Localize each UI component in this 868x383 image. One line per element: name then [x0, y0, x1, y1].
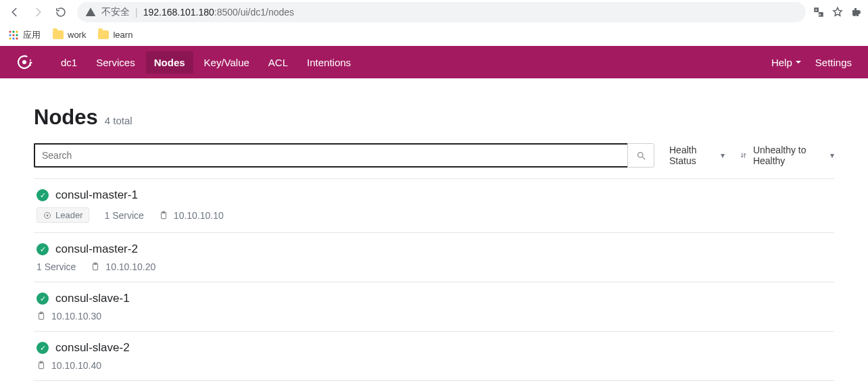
svg-point-12: [30, 62, 32, 63]
clipboard-icon[interactable]: [91, 262, 100, 272]
url-text: 192.168.101.180:8500/ui/dc1/nodes: [143, 7, 294, 18]
node-name: consul-master-1: [55, 188, 138, 202]
address-text: 10.10.10.40: [51, 360, 101, 371]
nav-services[interactable]: Services: [88, 51, 143, 74]
svg-point-7: [12, 37, 14, 39]
search-input[interactable]: [34, 143, 627, 168]
services-count: 1 Service: [104, 210, 143, 221]
node-name: consul-slave-2: [55, 341, 130, 355]
node-row[interactable]: ✓ consul-slave-2 10.10.10.40: [34, 332, 834, 381]
nav-intentions[interactable]: Intentions: [299, 51, 359, 74]
chevron-down-icon: [795, 59, 802, 66]
extensions-icon[interactable]: [850, 6, 863, 18]
address-text: 10.10.10.30: [51, 311, 101, 322]
reload-icon: [55, 6, 67, 18]
warning-icon: [85, 7, 96, 18]
svg-point-13: [30, 64, 31, 66]
not-secure-label: 不安全: [101, 6, 130, 18]
title-row: Nodes 4 total: [34, 105, 834, 130]
back-button[interactable]: [5, 3, 24, 22]
translate-icon[interactable]: [813, 6, 825, 18]
address-bar[interactable]: 不安全 | 192.168.101.180:8500/ui/dc1/nodes: [77, 2, 806, 22]
clipboard-icon[interactable]: [37, 361, 46, 370]
svg-point-2: [16, 30, 18, 32]
apps-icon: [8, 30, 19, 41]
sort-icon: [740, 151, 747, 160]
chevron-down-icon: ▾: [830, 151, 834, 160]
settings-link[interactable]: Settings: [815, 57, 852, 68]
node-name: consul-slave-1: [55, 292, 130, 305]
address-text: 10.10.10.20: [105, 261, 155, 272]
search-icon: [636, 151, 646, 161]
help-label: Help: [771, 57, 792, 68]
main-navbar: dc1 Services Nodes Key/Value ACL Intenti…: [0, 46, 868, 78]
node-row[interactable]: ✓ consul-master-1 Leader 1 Service 10.10…: [34, 178, 834, 233]
health-check-passing-icon: ✓: [37, 342, 49, 354]
folder-icon: [53, 30, 64, 39]
clipboard-icon[interactable]: [159, 211, 168, 220]
node-address: 10.10.10.10: [159, 210, 224, 221]
svg-point-14: [637, 152, 643, 157]
svg-point-17: [47, 214, 49, 216]
search-button[interactable]: [627, 143, 654, 168]
bookmark-item[interactable]: learn: [98, 30, 132, 40]
svg-point-6: [9, 37, 11, 39]
svg-point-11: [30, 59, 31, 61]
nav-acl[interactable]: ACL: [260, 51, 296, 74]
node-row[interactable]: ✓ consul-master-2 1 Service 10.10.10.20: [34, 233, 834, 282]
main-content: Nodes 4 total Health Status ▾ Unhealthy …: [0, 78, 868, 383]
datacenter-selector[interactable]: dc1: [53, 51, 85, 74]
folder-icon: [98, 30, 109, 39]
page-title: Nodes: [34, 105, 98, 130]
svg-point-3: [9, 34, 11, 36]
bookmark-label: learn: [113, 30, 132, 40]
nav-links: dc1 Services Nodes Key/Value ACL Intenti…: [53, 51, 359, 74]
bookmark-label: work: [68, 30, 86, 40]
clipboard-icon[interactable]: [37, 311, 46, 321]
sort-selector[interactable]: Unhealthy to Healthy ▾: [740, 145, 834, 166]
health-filter[interactable]: Health Status ▾: [669, 145, 725, 166]
nav-right: Help Settings: [771, 57, 852, 68]
leader-badge: Leader: [37, 207, 89, 223]
svg-point-4: [12, 34, 14, 36]
arrow-left-icon: [9, 6, 21, 18]
page-subtitle: 4 total: [105, 115, 132, 126]
star-icon[interactable]: [831, 6, 844, 18]
controls-row: Health Status ▾ Unhealthy to Healthy ▾: [34, 143, 834, 168]
sort-label: Unhealthy to Healthy: [753, 145, 825, 166]
svg-point-0: [9, 30, 11, 32]
reload-button[interactable]: [51, 3, 70, 22]
node-list: ✓ consul-master-1 Leader 1 Service 10.10…: [34, 178, 834, 381]
help-menu[interactable]: Help: [771, 57, 802, 68]
nav-keyvalue[interactable]: Key/Value: [196, 51, 258, 74]
svg-line-15: [642, 157, 645, 159]
star-outline-icon: [43, 211, 51, 220]
health-check-passing-icon: ✓: [37, 189, 49, 201]
browser-toolbar: 不安全 | 192.168.101.180:8500/ui/dc1/nodes: [0, 0, 868, 24]
node-address: 10.10.10.40: [37, 360, 101, 371]
arrow-right-icon: [32, 6, 44, 18]
apps-button[interactable]: 应用: [8, 29, 41, 41]
search-wrap: [34, 143, 654, 168]
node-name: consul-master-2: [55, 242, 138, 256]
svg-point-5: [16, 34, 18, 36]
address-text: 10.10.10.10: [174, 210, 224, 221]
svg-point-1: [12, 30, 14, 32]
health-check-passing-icon: ✓: [37, 243, 49, 255]
bookmark-item[interactable]: work: [53, 30, 86, 40]
svg-point-10: [22, 60, 26, 64]
consul-logo-icon[interactable]: [16, 54, 32, 70]
svg-point-8: [16, 37, 18, 39]
chevron-down-icon: ▾: [721, 151, 725, 160]
node-row[interactable]: ✓ consul-slave-1 10.10.10.30: [34, 282, 834, 332]
apps-label: 应用: [23, 29, 41, 41]
browser-right-icons: [813, 6, 863, 18]
node-address: 10.10.10.30: [37, 311, 101, 322]
health-check-passing-icon: ✓: [37, 292, 49, 305]
forward-button[interactable]: [28, 3, 47, 22]
services-count: 1 Service: [37, 261, 76, 272]
nav-nodes[interactable]: Nodes: [146, 51, 193, 74]
node-address: 10.10.10.20: [91, 261, 155, 272]
leader-label: Leader: [55, 210, 82, 220]
health-filter-label: Health Status: [669, 145, 715, 166]
